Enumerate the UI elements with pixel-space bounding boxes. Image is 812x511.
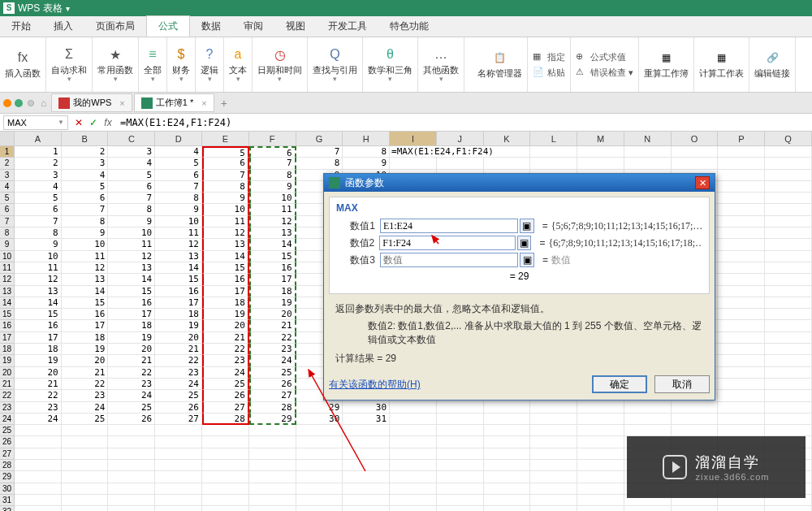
ribbon-button[interactable]: ?逻辑 ▾ [196, 37, 224, 92]
cell[interactable] [577, 402, 624, 414]
row-header[interactable]: 29 [0, 471, 15, 483]
row-header[interactable]: 24 [0, 414, 15, 425]
cell[interactable] [202, 495, 249, 506]
column-header[interactable]: P [718, 132, 765, 145]
cell[interactable] [765, 286, 812, 297]
cell[interactable] [249, 448, 296, 460]
row-header[interactable]: 13 [0, 286, 15, 297]
cell[interactable]: 10 [249, 193, 296, 204]
cell[interactable]: 9 [249, 181, 296, 193]
cell[interactable] [437, 506, 484, 511]
ribbon-button[interactable]: 📋名称管理器 [473, 37, 528, 92]
cell[interactable] [437, 436, 484, 448]
cell[interactable]: 15 [108, 286, 155, 297]
cell[interactable]: 11 [15, 262, 62, 274]
cell[interactable] [718, 355, 765, 366]
ribbon-button[interactable]: ★常用函数 ▾ [93, 37, 139, 92]
cell[interactable] [62, 495, 109, 506]
cell[interactable] [296, 483, 343, 495]
cell[interactable]: 7 [15, 216, 62, 227]
cell[interactable] [249, 436, 296, 448]
cell[interactable] [62, 436, 109, 448]
ribbon-button[interactable]: Σ自动求和 ▾ [46, 37, 93, 92]
row-header[interactable]: 8 [0, 227, 15, 239]
cell[interactable]: 21 [15, 379, 62, 390]
cell[interactable] [577, 506, 624, 511]
cell[interactable]: 9 [62, 227, 109, 239]
cell[interactable]: 20 [15, 367, 62, 379]
cell[interactable] [343, 460, 390, 471]
row-header[interactable]: 1 [0, 146, 15, 158]
cell[interactable]: 14 [249, 239, 296, 250]
cell[interactable]: 4 [108, 158, 155, 169]
cell[interactable] [765, 158, 812, 169]
cell[interactable] [108, 471, 155, 483]
cell[interactable] [343, 495, 390, 506]
cell[interactable]: 16 [249, 262, 296, 274]
cell[interactable]: 12 [155, 239, 202, 250]
cell[interactable]: 5 [155, 158, 202, 169]
cancel-button[interactable]: 取消 [654, 375, 710, 393]
cell[interactable] [15, 495, 62, 506]
cell[interactable] [624, 414, 672, 425]
ribbon-button[interactable]: a文本 ▾ [224, 37, 253, 92]
cell[interactable] [765, 227, 812, 239]
chevron-down-icon[interactable]: ▼ [58, 119, 64, 126]
cell[interactable] [390, 402, 437, 414]
row-header[interactable]: 18 [0, 344, 15, 355]
column-header[interactable]: M [577, 132, 624, 145]
close-icon[interactable]: ✕ [695, 176, 710, 189]
cell[interactable]: 20 [155, 332, 202, 344]
help-link[interactable]: 有关该函数的帮助(H) [329, 378, 421, 392]
cell[interactable]: 20 [202, 320, 249, 331]
cell[interactable]: 12 [15, 274, 62, 285]
argument-input-2[interactable] [379, 236, 515, 250]
cell[interactable] [624, 425, 672, 436]
cell[interactable]: 11 [202, 216, 249, 227]
name-box[interactable]: MAX ▼ [3, 115, 68, 130]
cell[interactable] [437, 425, 484, 436]
cell[interactable] [62, 425, 109, 436]
cell[interactable]: 19 [249, 297, 296, 309]
ribbon-button[interactable]: $财务 ▾ [167, 37, 196, 92]
cell[interactable]: 18 [108, 320, 155, 331]
cell[interactable]: 13 [62, 274, 109, 285]
cell[interactable] [624, 146, 672, 158]
cell[interactable]: 19 [108, 332, 155, 344]
cell[interactable] [15, 460, 62, 471]
cell[interactable] [484, 506, 531, 511]
new-tab-button[interactable]: + [221, 97, 227, 110]
argument-input-3[interactable] [380, 253, 518, 267]
cell[interactable]: 27 [155, 414, 202, 425]
cell[interactable] [765, 309, 812, 320]
menu-tab[interactable]: 页面布局 [84, 16, 146, 37]
cell[interactable]: 6 [155, 170, 202, 181]
cell[interactable] [530, 158, 577, 169]
cell[interactable] [155, 425, 202, 436]
cell[interactable] [62, 483, 109, 495]
cell[interactable]: 30 [343, 402, 390, 414]
cell[interactable] [765, 170, 812, 181]
row-header[interactable]: 11 [0, 262, 15, 274]
cell[interactable] [202, 506, 249, 511]
cell[interactable] [577, 471, 624, 483]
cell[interactable]: 20 [62, 355, 109, 366]
cell[interactable] [718, 506, 765, 511]
cell[interactable]: 25 [249, 367, 296, 379]
cell[interactable]: 9 [202, 193, 249, 204]
cell[interactable]: 11 [62, 251, 109, 262]
cell[interactable] [672, 414, 719, 425]
cell[interactable]: 16 [15, 320, 62, 331]
cell[interactable] [765, 193, 812, 204]
cell[interactable]: 19 [155, 320, 202, 331]
cell[interactable]: 31 [343, 414, 390, 425]
cell[interactable] [577, 495, 624, 506]
cell[interactable] [484, 483, 531, 495]
ribbon-button[interactable]: ≡全部 ▾ [139, 37, 167, 92]
row-header[interactable]: 9 [0, 239, 15, 250]
cell[interactable] [390, 448, 437, 460]
column-header[interactable]: O [672, 132, 719, 145]
cell[interactable] [672, 146, 719, 158]
cell[interactable]: 15 [249, 251, 296, 262]
cell[interactable]: 22 [155, 355, 202, 366]
